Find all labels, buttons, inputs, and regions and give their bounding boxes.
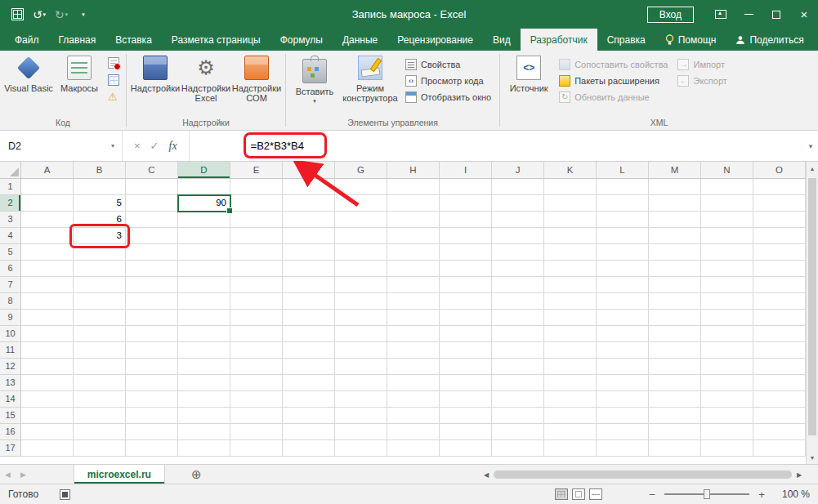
cell-C6[interactable] [126, 261, 178, 277]
cell-B7[interactable] [74, 277, 126, 293]
row-header-13[interactable]: 13 [0, 375, 21, 391]
cell-B15[interactable] [74, 408, 126, 424]
cell-L12[interactable] [597, 359, 649, 375]
excel-app-icon[interactable] [7, 4, 28, 25]
column-header-N[interactable]: N [701, 162, 753, 178]
insert-function-icon[interactable]: fx [169, 140, 177, 153]
cell-L10[interactable] [597, 326, 649, 342]
undo-button[interactable]: ↺ ▾ [29, 4, 50, 25]
tab-formulas[interactable]: Формулы [270, 29, 333, 51]
row-header-14[interactable]: 14 [0, 391, 21, 408]
tab-assistant[interactable]: Помощн [655, 29, 726, 51]
cell-J10[interactable] [492, 326, 544, 342]
cell-J8[interactable] [492, 293, 544, 310]
macro-security-warning-icon[interactable]: ⚠ [108, 91, 119, 103]
cell-H10[interactable] [387, 326, 440, 342]
cell-A3[interactable] [21, 212, 74, 228]
cell-G13[interactable] [335, 375, 387, 391]
cell-F13[interactable] [283, 375, 335, 391]
cell-G10[interactable] [335, 326, 387, 342]
cell-F11[interactable] [283, 342, 335, 359]
column-header-I[interactable]: I [440, 162, 492, 178]
cell-E4[interactable] [230, 228, 283, 244]
cell-M16[interactable] [649, 424, 701, 440]
cell-I6[interactable] [440, 261, 492, 277]
cell-A2[interactable] [21, 195, 74, 212]
cell-H16[interactable] [387, 424, 440, 440]
cell-D16[interactable] [178, 424, 230, 440]
cell-O12[interactable] [753, 359, 806, 375]
page-break-view-icon[interactable] [589, 488, 602, 500]
tab-page-layout[interactable]: Разметка страницы [162, 29, 270, 51]
cell-C14[interactable] [126, 391, 178, 408]
cell-C8[interactable] [126, 293, 178, 310]
cell-M8[interactable] [649, 293, 701, 310]
cell-A6[interactable] [21, 261, 74, 277]
zoom-slider[interactable] [664, 493, 749, 495]
cell-A12[interactable] [21, 359, 74, 375]
cell-K6[interactable] [544, 261, 597, 277]
cell-I1[interactable] [440, 179, 492, 195]
row-header-5[interactable]: 5 [0, 244, 21, 261]
cell-A10[interactable] [21, 326, 74, 342]
cell-A11[interactable] [21, 342, 74, 359]
zoom-slider-thumb[interactable] [704, 489, 710, 499]
cell-B14[interactable] [74, 391, 126, 408]
cell-K7[interactable] [544, 277, 597, 293]
cell-C10[interactable] [126, 326, 178, 342]
cell-E12[interactable] [230, 359, 283, 375]
cell-F8[interactable] [283, 293, 335, 310]
scroll-down-icon[interactable]: ▼ [807, 451, 818, 464]
row-header-8[interactable]: 8 [0, 293, 21, 310]
row-header-3[interactable]: 3 [0, 212, 21, 228]
cell-E2[interactable] [230, 195, 283, 212]
cell-L15[interactable] [597, 408, 649, 424]
cell-I14[interactable] [440, 391, 492, 408]
cell-D6[interactable] [178, 261, 230, 277]
cell-I5[interactable] [440, 244, 492, 261]
cancel-entry-icon[interactable]: × [134, 140, 141, 152]
cell-L9[interactable] [597, 310, 649, 326]
cell-I15[interactable] [440, 408, 492, 424]
cell-L2[interactable] [597, 195, 649, 212]
cell-M6[interactable] [649, 261, 701, 277]
cell-D8[interactable] [178, 293, 230, 310]
tab-review[interactable]: Рецензирование [387, 29, 483, 51]
cell-N13[interactable] [701, 375, 753, 391]
column-header-C[interactable]: C [126, 162, 178, 178]
tab-home[interactable]: Главная [49, 29, 106, 51]
cell-F16[interactable] [283, 424, 335, 440]
cell-N1[interactable] [701, 179, 753, 195]
cell-G8[interactable] [335, 293, 387, 310]
cell-O8[interactable] [753, 293, 806, 310]
column-header-A[interactable]: A [21, 162, 74, 178]
next-sheet-icon[interactable]: ▶ [16, 471, 31, 479]
cell-B16[interactable] [74, 424, 126, 440]
cell-E11[interactable] [230, 342, 283, 359]
cell-D1[interactable] [178, 179, 230, 195]
cell-N12[interactable] [701, 359, 753, 375]
cell-J16[interactable] [492, 424, 544, 440]
cell-B9[interactable] [74, 310, 126, 326]
cell-D17[interactable] [178, 440, 230, 457]
row-header-7[interactable]: 7 [0, 277, 21, 293]
cell-A16[interactable] [21, 424, 74, 440]
cell-I4[interactable] [440, 228, 492, 244]
cell-E5[interactable] [230, 244, 283, 261]
cell-D4[interactable] [178, 228, 230, 244]
cell-N4[interactable] [701, 228, 753, 244]
cell-H5[interactable] [387, 244, 440, 261]
cell-E10[interactable] [230, 326, 283, 342]
cell-M9[interactable] [649, 310, 701, 326]
horizontal-scrollbar[interactable]: ◀ ▶ [481, 468, 805, 481]
cell-H1[interactable] [387, 179, 440, 195]
cell-K4[interactable] [544, 228, 597, 244]
cell-F6[interactable] [283, 261, 335, 277]
cell-C4[interactable] [126, 228, 178, 244]
cell-M13[interactable] [649, 375, 701, 391]
cell-E6[interactable] [230, 261, 283, 277]
cell-N16[interactable] [701, 424, 753, 440]
scroll-left-icon[interactable]: ◀ [481, 471, 492, 479]
tab-insert[interactable]: Вставка [105, 29, 162, 51]
cell-I17[interactable] [440, 440, 492, 457]
